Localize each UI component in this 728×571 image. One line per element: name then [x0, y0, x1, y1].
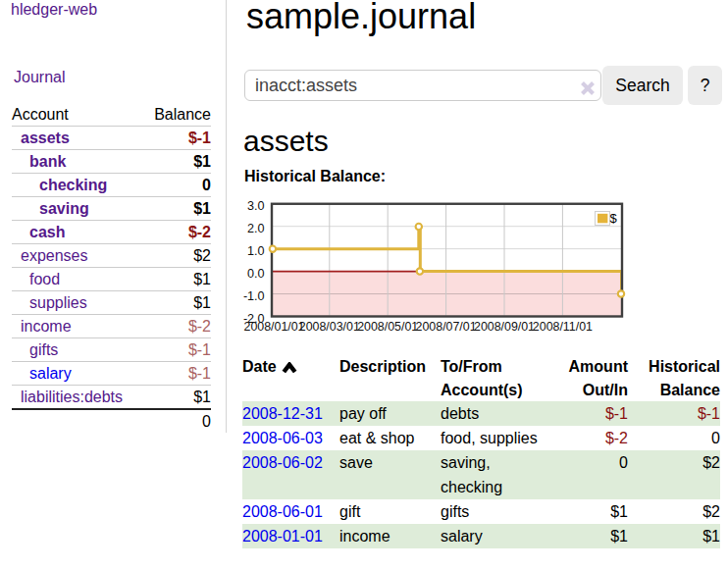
- svg-text:2008/11/01: 2008/11/01: [533, 320, 593, 334]
- svg-text:3.0: 3.0: [247, 199, 265, 213]
- svg-text:2.0: 2.0: [247, 222, 265, 235]
- svg-text:2008/05/01: 2008/05/01: [357, 320, 418, 334]
- svg-text:-1.0: -1.0: [243, 289, 265, 303]
- svg-text:2008/01/01: 2008/01/01: [243, 320, 304, 334]
- svg-text:2008/03/01: 2008/03/01: [299, 320, 360, 334]
- svg-text:$: $: [609, 211, 617, 226]
- svg-text:0.0: 0.0: [247, 267, 265, 281]
- svg-text:2008/09/01: 2008/09/01: [474, 320, 535, 334]
- svg-text:2008/07/01: 2008/07/01: [416, 320, 477, 334]
- svg-text:1.0: 1.0: [247, 244, 265, 258]
